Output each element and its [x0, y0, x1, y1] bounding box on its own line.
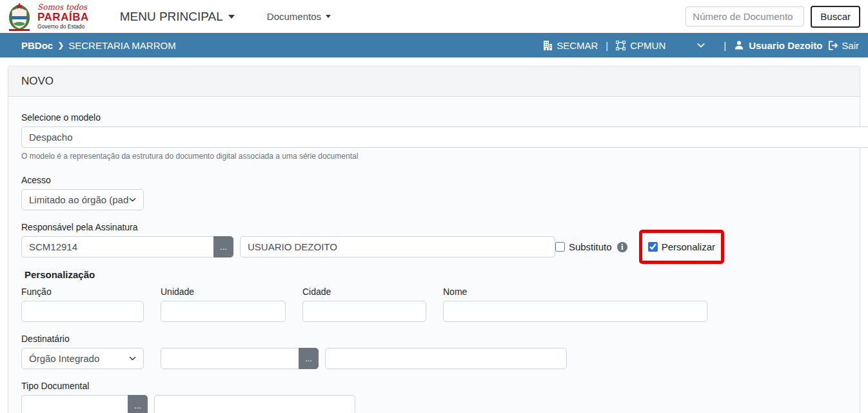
modelo-group: Selecione o modelo O modelo é a represen… [21, 112, 847, 161]
funcao-input[interactable] [21, 301, 144, 322]
cidade-input[interactable] [302, 301, 426, 322]
personalizar-group: Personalizar [648, 241, 715, 252]
tipo-documental-nome-input[interactable] [154, 395, 355, 413]
novo-panel: NOVO Selecione o modelo O modelo é a rep… [8, 66, 860, 413]
paraiba-coat-of-arms-icon [5, 2, 34, 32]
info-icon: i [617, 242, 627, 252]
menu-principal-dropdown[interactable]: MENU PRINCIPAL [120, 10, 235, 24]
building-icon [543, 41, 552, 50]
substituto-label: Substituto [569, 241, 612, 252]
pbdoc-brand-link[interactable]: PBDoc [21, 40, 53, 51]
tipo-documental-codigo-input[interactable] [21, 395, 128, 413]
acesso-group: Acesso Limitado ao órgão (pad [21, 175, 847, 210]
unidade-label: Unidade [161, 287, 286, 297]
responsavel-group: Responsável pela Assinatura ... Substitu… [21, 222, 847, 257]
document-number-input[interactable] [686, 6, 804, 26]
sair-label: Sair [842, 40, 859, 51]
logo-subtitle: Governo do Estado [37, 24, 89, 30]
chevron-down-icon [696, 41, 705, 50]
documentos-label: Documentos [267, 11, 321, 22]
documentos-dropdown[interactable]: Documentos [267, 11, 331, 22]
sair-link[interactable]: Sair [827, 40, 859, 51]
chevron-down-icon [129, 355, 136, 362]
buscar-button[interactable]: Buscar [811, 6, 860, 28]
destinatario-codigo-input[interactable] [161, 348, 299, 369]
tipo-documental-group: Tipo Documental ... [21, 381, 847, 413]
chevron-down-icon [129, 196, 136, 203]
logo-tagline: Somos todos [37, 3, 89, 11]
personalizacao-section: Personalização Função Unidade Cidade Nom… [21, 269, 847, 322]
responsavel-browse-button[interactable]: ... [213, 236, 233, 257]
funcao-label: Função [21, 287, 144, 297]
destinatario-browse-button[interactable]: ... [299, 348, 319, 369]
destinatario-group: Destinatário Órgão Integrado ... [21, 334, 847, 369]
user-menu[interactable]: Usuario Dezoito [734, 40, 822, 51]
paraiba-logo[interactable]: Somos todos PARAÍBA Governo do Estado [5, 2, 89, 32]
panel-title: NOVO [8, 66, 860, 97]
nome-label: Nome [443, 287, 707, 297]
sign-out-icon [827, 41, 838, 50]
unit-square-icon [616, 41, 626, 50]
unit-label: CPMUN [630, 40, 666, 51]
substituto-checkbox[interactable] [555, 242, 565, 252]
destinatario-nome-input[interactable] [325, 348, 567, 369]
unit-switch-chevron[interactable] [696, 41, 705, 50]
modelo-input[interactable] [21, 126, 868, 148]
logo-wordmark: Somos todos PARAÍBA Governo do Estado [37, 3, 89, 30]
responsavel-nome-input[interactable] [240, 236, 555, 257]
top-header: Somos todos PARAÍBA Governo do Estado ME… [0, 0, 868, 33]
destinatario-selected-value: Órgão Integrado [29, 353, 99, 364]
org-label: SECMAR [557, 40, 598, 51]
substituto-group: Substituto i [555, 241, 627, 252]
unit-link[interactable]: CPMUN [616, 40, 666, 51]
responsavel-matricula-input[interactable] [21, 236, 213, 257]
breadcrumb-navbar: PBDoc ❯ SECRETARIA MARROM SECMAR | [0, 33, 868, 57]
user-name: Usuario Dezoito [749, 40, 822, 51]
tipo-documental-browse-button[interactable]: ... [128, 395, 148, 413]
personalizar-checkbox[interactable] [648, 242, 658, 252]
personalizar-highlight-box: Personalizar [639, 230, 724, 264]
separator: | [724, 40, 726, 51]
user-icon [734, 40, 744, 50]
logo-name: PARAÍBA [37, 12, 89, 23]
destinatario-label: Destinatário [21, 334, 847, 344]
acesso-label: Acesso [21, 175, 847, 185]
separator: | [606, 40, 608, 51]
chevron-down-icon [326, 15, 331, 18]
chevron-down-icon [228, 15, 235, 19]
modelo-help-text: O modelo é a representação da estrutura … [21, 152, 847, 161]
unidade-input[interactable] [161, 301, 286, 322]
personalizar-label: Personalizar [662, 241, 715, 252]
acesso-selected-value: Limitado ao órgão (pad [29, 194, 128, 205]
modelo-label: Selecione o modelo [21, 112, 847, 123]
breadcrumb-current: SECRETARIA MARROM [68, 40, 175, 51]
cidade-label: Cidade [302, 287, 426, 297]
breadcrumb-chevron-icon: ❯ [57, 41, 64, 50]
personalizacao-title: Personalização [21, 269, 847, 280]
destinatario-tipo-select[interactable]: Órgão Integrado [21, 348, 144, 369]
nome-input[interactable] [443, 301, 707, 322]
menu-principal-label: MENU PRINCIPAL [120, 10, 223, 24]
org-link[interactable]: SECMAR [543, 40, 598, 51]
tipo-documental-label: Tipo Documental [21, 381, 847, 391]
acesso-select[interactable]: Limitado ao órgão (pad [21, 189, 144, 210]
